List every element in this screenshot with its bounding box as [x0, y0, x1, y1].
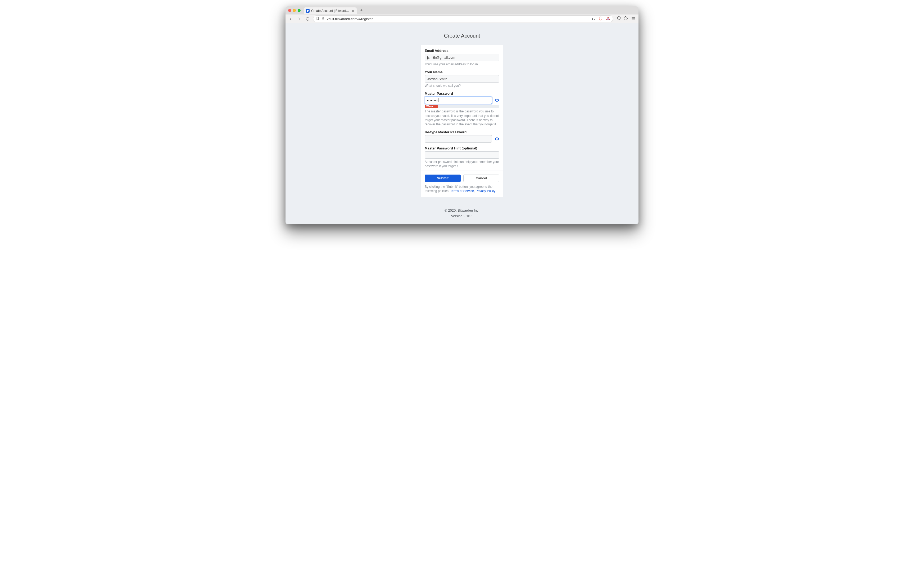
version-text: Version 2.16.1: [285, 214, 639, 219]
lock-icon: [322, 17, 325, 21]
brave-shield-icon[interactable]: [599, 16, 603, 21]
retype-password-field[interactable]: [425, 135, 492, 143]
browser-tab[interactable]: Create Account | Bitwarden Web ×: [304, 7, 357, 14]
address-bar[interactable]: vault.bitwarden.com/#/register: [313, 15, 613, 22]
name-field[interactable]: [425, 75, 499, 82]
button-row: Submit Cancel: [425, 174, 499, 182]
divider: [421, 171, 503, 171]
password-hint-field[interactable]: [425, 151, 499, 159]
svg-point-7: [497, 138, 497, 139]
password-strength-bar: Weak: [425, 105, 499, 108]
bookmark-icon[interactable]: [316, 16, 319, 21]
password-hint-label: Master Password Hint (optional): [425, 146, 499, 150]
back-button[interactable]: [288, 16, 294, 22]
svg-point-6: [497, 100, 497, 101]
svg-rect-0: [322, 18, 324, 20]
maximize-window-button[interactable]: [298, 9, 300, 12]
retype-label: Re-type Master Password: [425, 130, 499, 134]
master-password-field[interactable]: ••••••••: [425, 97, 492, 104]
agree-separator: ,: [474, 189, 476, 193]
password-hint-helper: A master password hint can help you reme…: [425, 160, 499, 168]
email-label: Email Address: [425, 49, 499, 53]
agree-text: By clicking the "Submit" button, you agr…: [425, 184, 499, 194]
name-hint: What should we call you?: [425, 84, 499, 88]
email-field[interactable]: [425, 54, 499, 61]
extensions-icon[interactable]: [624, 16, 628, 21]
reload-button[interactable]: [305, 16, 310, 22]
submit-button[interactable]: Submit: [425, 174, 461, 182]
eye-icon[interactable]: [495, 137, 499, 141]
email-hint: You'll use your email address to log in.: [425, 62, 499, 66]
forward-button[interactable]: [296, 16, 302, 22]
name-group: Your Name What should we call you?: [425, 70, 499, 88]
brave-rewards-icon[interactable]: [606, 16, 610, 21]
password-masked-value: ••••••••: [427, 99, 438, 102]
browser-toolbar: vault.bitwarden.com/#/register: [285, 14, 639, 23]
password-strength-label: Weak: [425, 105, 438, 108]
name-label: Your Name: [425, 70, 499, 74]
eye-icon[interactable]: [495, 98, 499, 103]
bitwarden-favicon: [306, 9, 310, 13]
tos-link[interactable]: Terms of Service: [450, 189, 474, 193]
browser-menu-button[interactable]: [630, 16, 636, 21]
privacy-link[interactable]: Privacy Policy: [476, 189, 496, 193]
page-title: Create Account: [285, 23, 639, 45]
master-password-hint-text: The master password is the password you …: [425, 109, 499, 127]
browser-window: Create Account | Bitwarden Web × + vault…: [285, 7, 639, 224]
bitwarden-extension-icon[interactable]: [617, 16, 621, 21]
cancel-button[interactable]: Cancel: [463, 174, 499, 182]
copyright-text: © 2020, Bitwarden Inc.: [285, 208, 639, 214]
page-footer: © 2020, Bitwarden Inc. Version 2.16.1: [285, 208, 639, 219]
traffic-lights: [288, 9, 300, 12]
password-hint-group: Master Password Hint (optional) A master…: [425, 146, 499, 168]
master-password-label: Master Password: [425, 92, 499, 95]
url-text: vault.bitwarden.com/#/register: [327, 17, 589, 21]
tab-strip: Create Account | Bitwarden Web × +: [285, 7, 639, 14]
extensions-cluster: [617, 16, 636, 21]
text-caret: [438, 98, 439, 102]
minimize-window-button[interactable]: [293, 9, 296, 12]
master-password-group: Master Password •••••••• Weak The master…: [425, 92, 499, 127]
new-tab-button[interactable]: +: [358, 8, 365, 13]
page-viewport: Create Account Email Address You'll use …: [285, 23, 639, 224]
svg-point-1: [592, 18, 593, 20]
key-icon[interactable]: [591, 16, 596, 21]
svg-rect-2: [593, 19, 595, 19]
tab-title: Create Account | Bitwarden Web: [311, 9, 350, 13]
retype-group: Re-type Master Password: [425, 130, 499, 143]
register-card: Email Address You'll use your email addr…: [421, 45, 503, 197]
close-tab-button[interactable]: ×: [351, 9, 355, 13]
email-group: Email Address You'll use your email addr…: [425, 49, 499, 66]
close-window-button[interactable]: [288, 9, 291, 12]
